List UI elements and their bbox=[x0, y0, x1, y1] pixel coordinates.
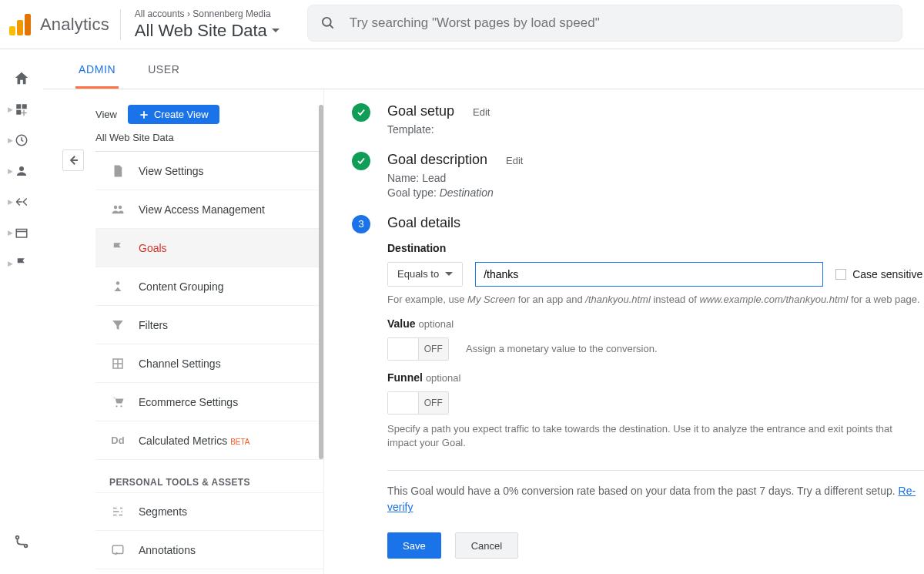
rail-attribution[interactable] bbox=[6, 526, 37, 557]
step-title: Goal details bbox=[387, 215, 924, 231]
divider bbox=[387, 470, 924, 471]
save-button[interactable]: Save bbox=[387, 532, 441, 559]
flag-icon bbox=[15, 257, 28, 270]
tab-user[interactable]: USER bbox=[145, 63, 182, 89]
search-input[interactable] bbox=[350, 15, 889, 31]
nav-ecommerce[interactable]: Ecommerce Settings bbox=[95, 383, 323, 421]
search-icon bbox=[320, 15, 336, 31]
edit-setup-link[interactable]: Edit bbox=[473, 106, 490, 118]
svg-rect-4 bbox=[16, 110, 21, 115]
rail-behavior[interactable]: ▶ bbox=[6, 217, 37, 248]
check-icon bbox=[352, 103, 370, 122]
svg-rect-7 bbox=[16, 230, 27, 238]
tab-admin[interactable]: ADMIN bbox=[75, 63, 119, 89]
nav-segments[interactable]: Segments bbox=[95, 492, 323, 531]
svg-rect-17 bbox=[112, 545, 123, 554]
plus-icon bbox=[139, 109, 149, 120]
top-bar: Analytics All accounts › Sonnenberg Medi… bbox=[0, 0, 924, 49]
rail-conversions[interactable]: ▶ bbox=[6, 248, 37, 279]
case-sensitive-toggle[interactable]: Case sensitive bbox=[835, 268, 922, 280]
nav-content-grouping[interactable]: Content Grouping bbox=[95, 267, 323, 306]
step-number-badge: 3 bbox=[352, 215, 370, 233]
setup-template-label: Template: bbox=[387, 123, 924, 138]
svg-line-1 bbox=[330, 25, 333, 29]
product-name: Analytics bbox=[40, 15, 109, 35]
segments-icon bbox=[109, 505, 126, 519]
svg-point-6 bbox=[19, 166, 24, 171]
create-view-button[interactable]: Create View bbox=[128, 105, 219, 124]
metrics-icon: Dd bbox=[109, 435, 126, 446]
svg-point-11 bbox=[114, 205, 118, 209]
current-view-name[interactable]: All Web Site Data bbox=[95, 132, 323, 152]
svg-point-10 bbox=[25, 545, 28, 548]
step-goal-details: 3 Goal details Destination Equals to bbox=[352, 215, 924, 559]
nav-filters[interactable]: Filters bbox=[95, 306, 323, 344]
home-icon bbox=[13, 70, 30, 87]
nav-annotations[interactable]: Annotations bbox=[95, 531, 323, 569]
clock-icon bbox=[15, 133, 28, 147]
admin-tabs: ADMIN USER bbox=[43, 49, 924, 89]
goal-detail-panel: Goal setup Edit Template: Goal descripti… bbox=[324, 89, 924, 574]
back-button[interactable] bbox=[62, 149, 84, 171]
view-dropdown[interactable]: All Web Site Data bbox=[135, 21, 280, 41]
checkbox-icon[interactable] bbox=[835, 269, 846, 280]
svg-point-15 bbox=[116, 405, 117, 407]
nav-calculated-metrics[interactable]: Dd Calculated MetricsBETA bbox=[95, 421, 323, 460]
person-icon bbox=[15, 164, 28, 178]
step-title: Goal setup bbox=[387, 103, 454, 119]
step-goal-setup: Goal setup Edit Template: bbox=[352, 103, 924, 138]
destination-label: Destination bbox=[387, 242, 924, 254]
nav-channel-settings[interactable]: Channel Settings bbox=[95, 344, 323, 383]
svg-point-0 bbox=[323, 18, 331, 26]
rail-realtime[interactable]: ▶ bbox=[6, 125, 37, 156]
cancel-button[interactable]: Cancel bbox=[455, 532, 518, 559]
funnel-desc: Specify a path you expect traffic to tak… bbox=[387, 422, 924, 450]
svg-point-12 bbox=[119, 205, 122, 209]
nav-view-settings[interactable]: View Settings bbox=[95, 152, 323, 190]
verify-text: This Goal would have a 0% conversion rat… bbox=[387, 483, 924, 515]
breadcrumb: All accounts › Sonnenberg Media bbox=[135, 8, 280, 19]
view-column-label: View bbox=[95, 109, 117, 120]
dashboard-icon bbox=[15, 102, 28, 116]
match-type-dropdown[interactable]: Equals to bbox=[387, 262, 463, 287]
nav-section-header: PERSONAL TOOLS & ASSETS bbox=[95, 460, 323, 492]
edit-desc-link[interactable]: Edit bbox=[506, 155, 523, 166]
nav-goals[interactable]: Goals bbox=[95, 229, 323, 267]
step-title: Goal description bbox=[387, 152, 487, 168]
grouping-icon bbox=[109, 280, 126, 294]
chevron-down-icon bbox=[272, 29, 280, 32]
brand-block: Analytics bbox=[9, 9, 121, 40]
attribution-icon bbox=[13, 533, 30, 550]
search-box[interactable] bbox=[307, 5, 902, 42]
value-toggle[interactable]: OFF bbox=[387, 337, 449, 361]
value-desc: Assign a monetary value to the conversio… bbox=[466, 343, 658, 354]
rail-audience[interactable]: ▶ bbox=[6, 156, 37, 186]
svg-point-16 bbox=[120, 405, 122, 407]
value-label: Valueoptional bbox=[387, 317, 924, 330]
funnel-toggle[interactable]: OFF bbox=[387, 391, 449, 415]
destination-hint: For example, use My Screen for an app an… bbox=[387, 293, 924, 307]
nav-view-access[interactable]: View Access Management bbox=[95, 190, 323, 229]
svg-point-9 bbox=[16, 536, 19, 539]
check-icon bbox=[352, 152, 370, 170]
analytics-logo-icon bbox=[9, 14, 31, 35]
rail-customization[interactable]: ▶ bbox=[6, 94, 37, 125]
cart-icon bbox=[109, 395, 126, 409]
rail-acquisition[interactable]: ▶ bbox=[6, 186, 37, 217]
step-goal-description: Goal description Edit Name: Lead Goal ty… bbox=[352, 152, 924, 201]
svg-rect-2 bbox=[16, 104, 21, 109]
flag-icon bbox=[109, 241, 126, 255]
document-icon bbox=[109, 164, 126, 178]
account-selector[interactable]: All accounts › Sonnenberg Media All Web … bbox=[121, 8, 293, 41]
rail-home[interactable] bbox=[6, 63, 37, 94]
chevron-down-icon bbox=[445, 272, 453, 276]
acquisition-icon bbox=[15, 195, 28, 209]
destination-input[interactable] bbox=[475, 262, 823, 287]
annotation-icon bbox=[109, 543, 126, 557]
funnel-label: Funneloptional bbox=[387, 371, 924, 384]
behavior-icon bbox=[15, 226, 28, 240]
channel-icon bbox=[109, 357, 126, 371]
arrow-left-icon bbox=[66, 153, 80, 167]
goal-name-row: Name: Lead Goal type: Destination bbox=[387, 171, 924, 201]
people-icon bbox=[109, 203, 126, 217]
